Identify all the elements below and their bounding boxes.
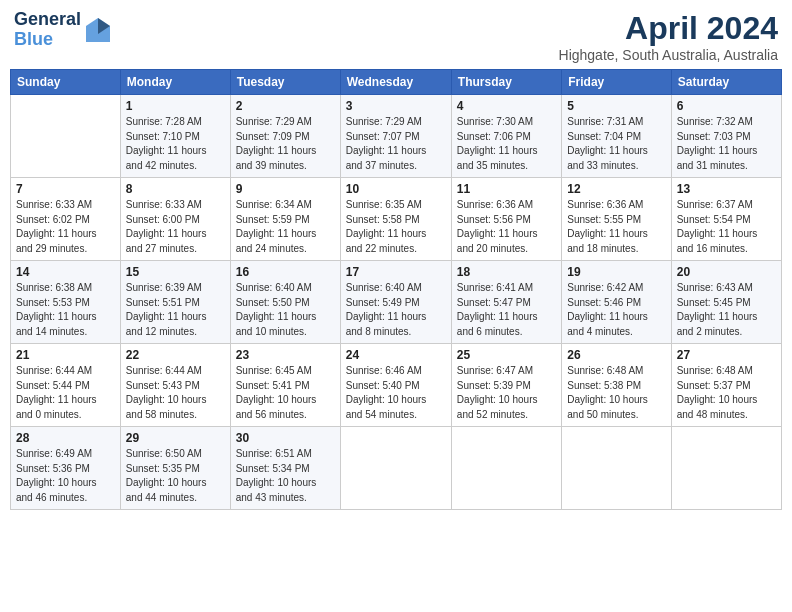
weekday-header-thursday: Thursday <box>451 70 561 95</box>
day-info: Sunrise: 6:44 AM Sunset: 5:43 PM Dayligh… <box>126 364 225 422</box>
day-number: 16 <box>236 265 335 279</box>
calendar-cell: 30Sunrise: 6:51 AM Sunset: 5:34 PM Dayli… <box>230 427 340 510</box>
day-number: 15 <box>126 265 225 279</box>
day-number: 24 <box>346 348 446 362</box>
calendar-cell: 3Sunrise: 7:29 AM Sunset: 7:07 PM Daylig… <box>340 95 451 178</box>
day-info: Sunrise: 6:33 AM Sunset: 6:00 PM Dayligh… <box>126 198 225 256</box>
calendar-cell: 27Sunrise: 6:48 AM Sunset: 5:37 PM Dayli… <box>671 344 781 427</box>
calendar-week-row: 21Sunrise: 6:44 AM Sunset: 5:44 PM Dayli… <box>11 344 782 427</box>
calendar-cell: 9Sunrise: 6:34 AM Sunset: 5:59 PM Daylig… <box>230 178 340 261</box>
weekday-header-tuesday: Tuesday <box>230 70 340 95</box>
calendar-cell: 10Sunrise: 6:35 AM Sunset: 5:58 PM Dayli… <box>340 178 451 261</box>
day-number: 3 <box>346 99 446 113</box>
calendar-cell <box>340 427 451 510</box>
calendar-cell: 25Sunrise: 6:47 AM Sunset: 5:39 PM Dayli… <box>451 344 561 427</box>
day-info: Sunrise: 6:45 AM Sunset: 5:41 PM Dayligh… <box>236 364 335 422</box>
calendar-week-row: 7Sunrise: 6:33 AM Sunset: 6:02 PM Daylig… <box>11 178 782 261</box>
location-title: Highgate, South Australia, Australia <box>559 47 778 63</box>
logo-text: GeneralBlue <box>14 10 81 50</box>
day-number: 2 <box>236 99 335 113</box>
day-number: 17 <box>346 265 446 279</box>
calendar-week-row: 28Sunrise: 6:49 AM Sunset: 5:36 PM Dayli… <box>11 427 782 510</box>
day-number: 14 <box>16 265 115 279</box>
day-number: 13 <box>677 182 776 196</box>
calendar-week-row: 14Sunrise: 6:38 AM Sunset: 5:53 PM Dayli… <box>11 261 782 344</box>
day-info: Sunrise: 6:35 AM Sunset: 5:58 PM Dayligh… <box>346 198 446 256</box>
calendar-cell: 24Sunrise: 6:46 AM Sunset: 5:40 PM Dayli… <box>340 344 451 427</box>
day-number: 20 <box>677 265 776 279</box>
day-info: Sunrise: 6:41 AM Sunset: 5:47 PM Dayligh… <box>457 281 556 339</box>
calendar-table: SundayMondayTuesdayWednesdayThursdayFrid… <box>10 69 782 510</box>
day-number: 29 <box>126 431 225 445</box>
day-info: Sunrise: 6:38 AM Sunset: 5:53 PM Dayligh… <box>16 281 115 339</box>
calendar-cell <box>671 427 781 510</box>
calendar-cell: 26Sunrise: 6:48 AM Sunset: 5:38 PM Dayli… <box>562 344 671 427</box>
calendar-cell: 23Sunrise: 6:45 AM Sunset: 5:41 PM Dayli… <box>230 344 340 427</box>
calendar-cell: 28Sunrise: 6:49 AM Sunset: 5:36 PM Dayli… <box>11 427 121 510</box>
calendar-cell <box>562 427 671 510</box>
calendar-cell: 5Sunrise: 7:31 AM Sunset: 7:04 PM Daylig… <box>562 95 671 178</box>
weekday-header-monday: Monday <box>120 70 230 95</box>
day-info: Sunrise: 7:31 AM Sunset: 7:04 PM Dayligh… <box>567 115 665 173</box>
calendar-header: SundayMondayTuesdayWednesdayThursdayFrid… <box>11 70 782 95</box>
day-number: 11 <box>457 182 556 196</box>
calendar-cell: 17Sunrise: 6:40 AM Sunset: 5:49 PM Dayli… <box>340 261 451 344</box>
calendar-cell: 7Sunrise: 6:33 AM Sunset: 6:02 PM Daylig… <box>11 178 121 261</box>
calendar-cell <box>11 95 121 178</box>
day-info: Sunrise: 6:36 AM Sunset: 5:55 PM Dayligh… <box>567 198 665 256</box>
day-number: 1 <box>126 99 225 113</box>
weekday-header-sunday: Sunday <box>11 70 121 95</box>
day-info: Sunrise: 6:42 AM Sunset: 5:46 PM Dayligh… <box>567 281 665 339</box>
day-info: Sunrise: 6:43 AM Sunset: 5:45 PM Dayligh… <box>677 281 776 339</box>
day-info: Sunrise: 6:50 AM Sunset: 5:35 PM Dayligh… <box>126 447 225 505</box>
day-info: Sunrise: 7:30 AM Sunset: 7:06 PM Dayligh… <box>457 115 556 173</box>
calendar-cell: 18Sunrise: 6:41 AM Sunset: 5:47 PM Dayli… <box>451 261 561 344</box>
day-info: Sunrise: 6:34 AM Sunset: 5:59 PM Dayligh… <box>236 198 335 256</box>
day-info: Sunrise: 7:28 AM Sunset: 7:10 PM Dayligh… <box>126 115 225 173</box>
calendar-cell: 11Sunrise: 6:36 AM Sunset: 5:56 PM Dayli… <box>451 178 561 261</box>
day-info: Sunrise: 6:33 AM Sunset: 6:02 PM Dayligh… <box>16 198 115 256</box>
calendar-cell: 6Sunrise: 7:32 AM Sunset: 7:03 PM Daylig… <box>671 95 781 178</box>
day-number: 21 <box>16 348 115 362</box>
day-number: 9 <box>236 182 335 196</box>
page-header: GeneralBlue April 2024 Highgate, South A… <box>10 10 782 63</box>
day-info: Sunrise: 6:36 AM Sunset: 5:56 PM Dayligh… <box>457 198 556 256</box>
day-info: Sunrise: 6:48 AM Sunset: 5:38 PM Dayligh… <box>567 364 665 422</box>
calendar-cell: 22Sunrise: 6:44 AM Sunset: 5:43 PM Dayli… <box>120 344 230 427</box>
weekday-header-saturday: Saturday <box>671 70 781 95</box>
day-number: 7 <box>16 182 115 196</box>
calendar-cell: 16Sunrise: 6:40 AM Sunset: 5:50 PM Dayli… <box>230 261 340 344</box>
day-number: 19 <box>567 265 665 279</box>
calendar-cell: 13Sunrise: 6:37 AM Sunset: 5:54 PM Dayli… <box>671 178 781 261</box>
calendar-cell: 20Sunrise: 6:43 AM Sunset: 5:45 PM Dayli… <box>671 261 781 344</box>
calendar-cell: 12Sunrise: 6:36 AM Sunset: 5:55 PM Dayli… <box>562 178 671 261</box>
day-info: Sunrise: 6:48 AM Sunset: 5:37 PM Dayligh… <box>677 364 776 422</box>
day-number: 28 <box>16 431 115 445</box>
logo: GeneralBlue <box>14 10 112 50</box>
calendar-cell <box>451 427 561 510</box>
day-number: 10 <box>346 182 446 196</box>
title-block: April 2024 Highgate, South Australia, Au… <box>559 10 778 63</box>
day-info: Sunrise: 7:29 AM Sunset: 7:09 PM Dayligh… <box>236 115 335 173</box>
calendar-cell: 4Sunrise: 7:30 AM Sunset: 7:06 PM Daylig… <box>451 95 561 178</box>
calendar-cell: 15Sunrise: 6:39 AM Sunset: 5:51 PM Dayli… <box>120 261 230 344</box>
day-info: Sunrise: 6:44 AM Sunset: 5:44 PM Dayligh… <box>16 364 115 422</box>
day-info: Sunrise: 7:32 AM Sunset: 7:03 PM Dayligh… <box>677 115 776 173</box>
day-info: Sunrise: 6:51 AM Sunset: 5:34 PM Dayligh… <box>236 447 335 505</box>
calendar-cell: 14Sunrise: 6:38 AM Sunset: 5:53 PM Dayli… <box>11 261 121 344</box>
weekday-header-friday: Friday <box>562 70 671 95</box>
day-number: 12 <box>567 182 665 196</box>
calendar-week-row: 1Sunrise: 7:28 AM Sunset: 7:10 PM Daylig… <box>11 95 782 178</box>
weekday-header-wednesday: Wednesday <box>340 70 451 95</box>
day-info: Sunrise: 6:49 AM Sunset: 5:36 PM Dayligh… <box>16 447 115 505</box>
day-info: Sunrise: 7:29 AM Sunset: 7:07 PM Dayligh… <box>346 115 446 173</box>
day-info: Sunrise: 6:40 AM Sunset: 5:50 PM Dayligh… <box>236 281 335 339</box>
calendar-cell: 29Sunrise: 6:50 AM Sunset: 5:35 PM Dayli… <box>120 427 230 510</box>
calendar-cell: 2Sunrise: 7:29 AM Sunset: 7:09 PM Daylig… <box>230 95 340 178</box>
day-number: 27 <box>677 348 776 362</box>
calendar-cell: 21Sunrise: 6:44 AM Sunset: 5:44 PM Dayli… <box>11 344 121 427</box>
day-number: 23 <box>236 348 335 362</box>
day-number: 4 <box>457 99 556 113</box>
logo-icon <box>84 16 112 44</box>
day-number: 26 <box>567 348 665 362</box>
